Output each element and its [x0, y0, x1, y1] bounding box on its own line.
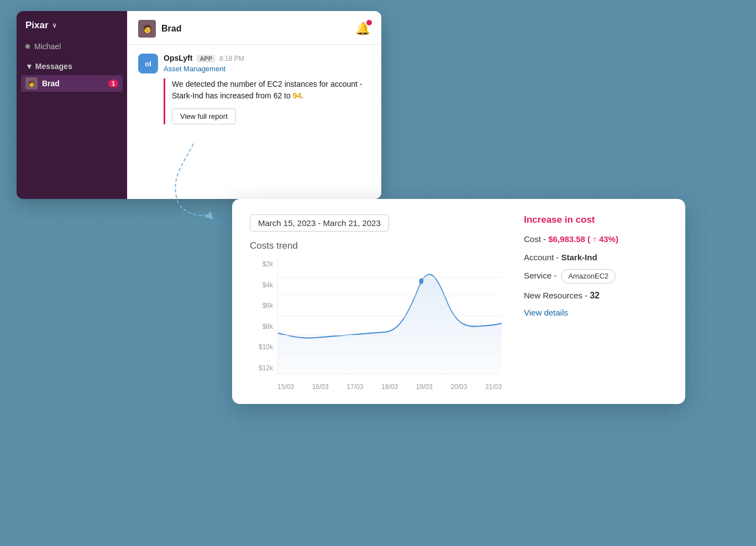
service-tag: AmazonEC2 — [561, 269, 616, 284]
cost-change: ( ↑ 43%) — [587, 234, 618, 244]
messages-section-label[interactable]: ▼ Messages — [25, 62, 118, 71]
message-text: We detected the number of EC2 instances … — [172, 78, 370, 102]
messages-section: ▼ Messages 🧑 Brad 1 — [17, 62, 127, 92]
info-service-row: Service - AmazonEC2 — [524, 269, 668, 284]
brad-avatar: 🧑 — [138, 20, 156, 38]
bell-badge — [366, 20, 372, 25]
grid-line-4k — [278, 353, 502, 354]
user-status: Michael — [17, 40, 127, 53]
workspace-chevron-icon: ∨ — [52, 22, 57, 29]
info-title: Increase in cost — [524, 214, 668, 225]
view-details-link[interactable]: View details — [524, 308, 668, 317]
status-dot-icon — [25, 44, 30, 49]
highlight-number: 94 — [293, 91, 302, 100]
chart-peak-dot — [419, 279, 423, 284]
opslyft-app-icon: ol — [138, 54, 158, 74]
date-range-row: March 15, 2023 - March 21, 2023 Costs tr… — [250, 214, 668, 391]
x-label-1603: 16/03 — [312, 383, 329, 391]
notifications-bell[interactable]: 🔔 — [355, 22, 370, 36]
sidebar-item-brad[interactable]: 🧑 Brad 1 — [21, 75, 123, 92]
info-panel: Increase in cost Cost - $6,983.58 ( ↑ 43… — [524, 214, 668, 317]
y-label-8k: $8k — [250, 323, 277, 330]
resources-label: New Resources - — [524, 291, 590, 300]
chart-area-fill — [278, 274, 502, 374]
x-label-2103: 21/03 — [485, 383, 502, 391]
info-account-row: Account - Stark-Ind — [524, 251, 668, 264]
app-subtext: Asset Management — [164, 65, 370, 73]
y-axis: $12k $10k $8k $6k $4k $2k — [250, 258, 277, 374]
message-row: ol OpsLyft APP 8:18 PM Asset Management … — [138, 54, 370, 124]
grid-line-6k — [278, 335, 502, 335]
x-label-2003: 20/03 — [450, 383, 467, 391]
chart-section: March 15, 2023 - March 21, 2023 Costs tr… — [250, 214, 502, 391]
grid-line-12k — [278, 277, 502, 278]
app-name: OpsLyft — [164, 54, 192, 62]
service-label: Service - — [524, 271, 559, 280]
brad-label: Brad — [42, 79, 60, 88]
grid-line-10k — [278, 296, 502, 296]
y-label-12k: $12k — [250, 364, 277, 372]
user-name: Michael — [34, 42, 61, 51]
message-container: ol OpsLyft APP 8:18 PM Asset Management … — [127, 45, 381, 199]
x-label-1903: 19/03 — [416, 383, 433, 391]
message-body: We detected the number of EC2 instances … — [164, 78, 370, 124]
y-label-2k: $2k — [250, 260, 277, 268]
workspace-name[interactable]: Pixar ∨ — [17, 20, 127, 40]
brad-avatar-small: 🧑 — [25, 77, 38, 90]
account-value: Stark-Ind — [561, 253, 597, 262]
y-label-4k: $4k — [250, 281, 277, 289]
chart-label: Costs trend — [250, 240, 502, 251]
svg-marker-0 — [204, 210, 215, 219]
info-resources-row: New Resources - 32 — [524, 289, 668, 302]
cost-amount: $6,983.58 — [548, 234, 585, 244]
chat-header: 🧑 Brad 🔔 — [127, 11, 381, 45]
cost-label: Cost - — [524, 234, 548, 244]
view-full-report-button[interactable]: View full report — [172, 108, 236, 124]
x-label-1703: 17/03 — [347, 383, 363, 391]
y-label-10k: $10k — [250, 343, 277, 351]
x-label-1503: 15/03 — [277, 383, 294, 391]
chat-area: 🧑 Brad 🔔 ol OpsLyft APP 8:18 PM Asset Ma… — [127, 11, 381, 199]
sidebar: Pixar ∨ Michael ▼ Messages 🧑 Brad 1 — [17, 11, 127, 199]
info-cost-row: Cost - $6,983.58 ( ↑ 43%) — [524, 233, 668, 246]
slack-panel: Pixar ∨ Michael ▼ Messages 🧑 Brad 1 🧑 Br… — [17, 11, 381, 199]
account-label: Account - — [524, 253, 561, 262]
grid-line-8k — [278, 316, 502, 316]
x-label-1803: 18/03 — [381, 383, 398, 391]
cost-value: $6,983.58 ( ↑ 43%) — [548, 234, 618, 244]
message-time: 8:18 PM — [219, 55, 244, 62]
cost-chart: $12k $10k $8k $6k $4k $2k — [250, 258, 502, 391]
workspace-label: Pixar — [25, 20, 49, 31]
date-range-text: March 15, 2023 - March 21, 2023 — [258, 218, 381, 228]
date-range-badge: March 15, 2023 - March 21, 2023 — [250, 214, 389, 232]
resources-count: 32 — [590, 291, 600, 300]
app-badge: APP — [197, 55, 215, 62]
report-panel: March 15, 2023 - March 21, 2023 Costs tr… — [232, 199, 685, 404]
chart-area — [277, 258, 502, 374]
line-chart-svg — [278, 258, 502, 374]
y-label-6k: $6k — [250, 302, 277, 309]
brad-badge: 1 — [108, 80, 118, 87]
x-axis: 15/03 16/03 17/03 18/03 19/03 20/03 21/0… — [277, 380, 502, 391]
message-content: OpsLyft APP 8:18 PM Asset Management We … — [164, 54, 370, 124]
chat-header-name: Brad — [161, 24, 181, 34]
message-meta: OpsLyft APP 8:18 PM — [164, 54, 370, 62]
